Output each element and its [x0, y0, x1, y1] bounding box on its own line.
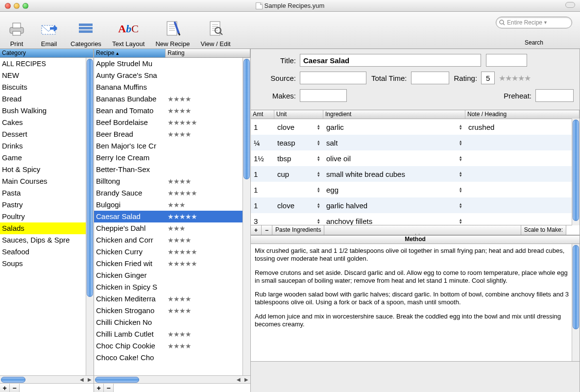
recipe-scrollbar[interactable]	[242, 58, 250, 375]
category-row[interactable]: Bush Walking	[0, 105, 86, 117]
category-row[interactable]: ALL RECIPES	[0, 58, 86, 70]
category-header[interactable]: Category	[0, 49, 94, 58]
recipe-row[interactable]: Chicken Ginger	[94, 270, 242, 281]
recipe-row[interactable]: Berry Ice Cream	[94, 152, 242, 164]
preheat-input[interactable]	[535, 89, 574, 102]
category-row[interactable]: Game	[0, 152, 86, 164]
category-row[interactable]: Seafood	[0, 246, 86, 258]
recipe-row[interactable]: Caesar Salad★★★★★	[94, 211, 242, 222]
recipe-row[interactable]: Cheppie's Dahl★★★	[94, 222, 242, 234]
ingredient-row[interactable]: 1▴▾egg▴▾	[251, 182, 572, 197]
search-input[interactable]: Entire Recipe ▼	[496, 17, 572, 28]
category-list[interactable]: ALL RECIPESNEWBiscuitsBreadBush WalkingC…	[0, 58, 94, 375]
category-row[interactable]: Cakes	[0, 117, 86, 128]
scale-to-make-input[interactable]	[566, 225, 580, 235]
recipe-row[interactable]: Ben Major's Ice Cr	[94, 140, 242, 152]
ingredient-row[interactable]: 3▴▾anchovy fillets▴▾	[251, 213, 572, 225]
category-row[interactable]: Sauces, Dips & Spre	[0, 234, 86, 246]
category-row[interactable]: Main Courses	[0, 175, 86, 187]
unit-stepper[interactable]: ▴▾	[317, 140, 320, 146]
ingredient-row[interactable]: 1cup▴▾small white bread cubes▴▾	[251, 166, 572, 182]
ingredient-stepper[interactable]: ▴▾	[459, 140, 462, 146]
method-scrollbar[interactable]	[572, 244, 580, 361]
unit-stepper[interactable]: ▴▾	[317, 155, 320, 161]
category-row[interactable]: Poultry	[0, 211, 86, 222]
ingredient-row[interactable]: 1clove▴▾garlic halved▴▾	[251, 197, 572, 213]
recipe-row[interactable]: Brandy Sauce★★★★★	[94, 187, 242, 199]
ingredient-stepper[interactable]: ▴▾	[459, 202, 462, 208]
category-row[interactable]: Pasta	[0, 187, 86, 199]
recipe-row[interactable]: Banana Muffins	[94, 81, 242, 93]
ingredient-row[interactable]: ¼teasp▴▾salt▴▾	[251, 135, 572, 150]
rating-input[interactable]	[481, 72, 495, 84]
category-row[interactable]: Dessert	[0, 128, 86, 140]
category-row[interactable]: Hot & Spicy	[0, 164, 86, 175]
minimize-button[interactable]	[14, 3, 20, 9]
unit-stepper[interactable]: ▴▾	[317, 171, 320, 177]
recipe-row[interactable]: Chicken Curry★★★★★	[94, 246, 242, 258]
recipe-row[interactable]: Aunty Grace's Sna	[94, 70, 242, 81]
ingredient-stepper[interactable]: ▴▾	[459, 187, 462, 193]
rating-stars[interactable]: ★★★★★	[499, 74, 531, 83]
recipe-row[interactable]: Beer Bread★★★★	[94, 128, 242, 140]
paste-ingredients-button[interactable]: Paste Ingredients	[272, 225, 324, 235]
ingredient-stepper[interactable]: ▴▾	[459, 218, 462, 224]
unit-header[interactable]: Unit	[274, 110, 323, 119]
recipe-row[interactable]: Apple Strudel Mu	[94, 58, 242, 70]
recipe-row[interactable]: Bulgogi★★★	[94, 199, 242, 211]
recipe-row[interactable]: Chicken Fried wit★★★★★	[94, 258, 242, 270]
toolbar-toggle-button[interactable]	[565, 2, 575, 8]
unit-stepper[interactable]: ▴▾	[317, 218, 320, 224]
recipe-row[interactable]: Bean and Tomato★★★★	[94, 105, 242, 117]
category-add-button[interactable]: +	[0, 384, 10, 392]
recipe-row[interactable]: Better-Than-Sex	[94, 164, 242, 175]
method-header[interactable]: Method	[251, 235, 580, 244]
ingredient-row[interactable]: 1clove▴▾garlic▴▾crushed	[251, 119, 572, 135]
recipe-row[interactable]: Chilli Lamb Cutlet★★★★	[94, 328, 242, 340]
recipe-row[interactable]: Chicken Mediterra★★★★	[94, 293, 242, 305]
method-text[interactable]: Mix crushed garlic, salt and 1 1/2 table…	[251, 244, 580, 362]
category-row[interactable]: NEW	[0, 70, 86, 81]
unit-stepper[interactable]: ▴▾	[317, 187, 320, 193]
recipe-row[interactable]: Chicken in Spicy S	[94, 281, 242, 293]
category-row[interactable]: Soups	[0, 258, 86, 270]
zoom-button[interactable]	[23, 3, 28, 9]
amt-header[interactable]: Amt	[251, 110, 274, 119]
recipe-row[interactable]: Billtong★★★★	[94, 175, 242, 187]
recipe-row[interactable]: Choco Cake! Cho	[94, 352, 242, 364]
recipe-row[interactable]: Beef Bordelaise★★★★★	[94, 117, 242, 128]
ingredient-remove-button[interactable]: −	[262, 225, 272, 235]
recipe-row[interactable]: Choc Chip Cookie★★★★	[94, 340, 242, 352]
close-button[interactable]	[5, 3, 11, 9]
email-button[interactable]: Email	[38, 19, 60, 48]
unit-stepper[interactable]: ▴▾	[317, 124, 320, 130]
unit-stepper[interactable]: ▴▾	[317, 202, 320, 208]
category-row[interactable]: Biscuits	[0, 81, 86, 93]
note-header[interactable]: Note / Heading	[465, 110, 580, 119]
text-layout-button[interactable]: AbC Text Layout	[112, 19, 145, 48]
category-scrollbar[interactable]	[86, 58, 94, 375]
recipe-remove-button[interactable]: −	[104, 384, 114, 392]
new-recipe-button[interactable]: New Recipe	[155, 19, 190, 48]
ingredient-add-button[interactable]: +	[251, 225, 262, 235]
category-hscroll[interactable]: ◀▶	[0, 375, 94, 383]
category-row[interactable]: Bread	[0, 93, 86, 105]
ingredient-stepper[interactable]: ▴▾	[459, 171, 462, 177]
recipe-hscroll[interactable]: ◀▶	[94, 375, 250, 383]
recipe-row[interactable]: Bananas Bundabe★★★★	[94, 93, 242, 105]
recipe-list[interactable]: Apple Strudel MuAunty Grace's SnaBanana …	[94, 58, 250, 375]
category-row[interactable]: Salads	[0, 222, 86, 234]
rating-header[interactable]: Rating	[166, 49, 250, 57]
category-row[interactable]: Pastry	[0, 199, 86, 211]
source-input[interactable]	[300, 72, 366, 84]
title-input[interactable]	[300, 54, 481, 67]
recipe-row[interactable]: Chicken Strogano★★★★	[94, 305, 242, 317]
print-button[interactable]: Print	[6, 19, 27, 48]
recipe-add-button[interactable]: +	[94, 384, 104, 392]
recipe-row[interactable]: Chicken and Corr★★★★	[94, 234, 242, 246]
makes-input[interactable]	[300, 89, 347, 102]
ingredient-stepper[interactable]: ▴▾	[459, 155, 462, 161]
recipe-row[interactable]: Chilli Chicken No	[94, 317, 242, 328]
ingredient-stepper[interactable]: ▴▾	[459, 124, 462, 130]
totaltime-input[interactable]	[411, 72, 449, 84]
